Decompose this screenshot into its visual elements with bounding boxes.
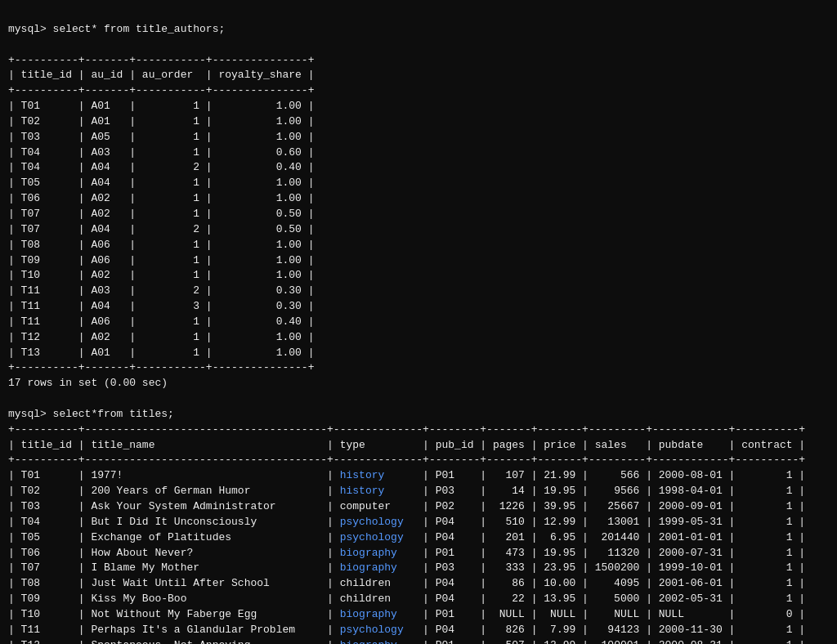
table1-row-15: | T11 | A06 | 1 | 0.40 |: [8, 315, 314, 328]
table2-row-t11: | T11 | Perhaps It's a Glandular Problem…: [8, 624, 805, 636]
table1-row-13: | T11 | A03 | 2 | 0.30 |: [8, 284, 314, 297]
table2-row-t07: | T07 | I Blame My Mother | biography | …: [8, 561, 805, 574]
table2-row-t03: | T03 | Ask Your System Administrator | …: [8, 500, 805, 512]
table1-separator-bot: +----------+-------+-----------+--------…: [8, 361, 314, 373]
table2-separator-top: +----------+----------------------------…: [8, 423, 805, 436]
table1-row-2: | T02 | A01 | 1 | 1.00 |: [8, 115, 314, 127]
query1-prompt: mysql> select* from title_authors;: [8, 23, 225, 35]
table2-row-t01: | T01 | 1977! | history | P01 | 107 | 21…: [8, 469, 805, 481]
table1-row-6: | T05 | A04 | 1 | 1.00 |: [8, 177, 314, 189]
table2-row-t06: | T06 | How About Never? | biography | P…: [8, 547, 805, 559]
table2-separator-mid: +----------+----------------------------…: [8, 454, 805, 466]
terminal-window: mysql> select* from title_authors; +----…: [8, 7, 829, 644]
table1-row-5: | T04 | A04 | 2 | 0.40 |: [8, 161, 314, 173]
table1-row-12: | T10 | A02 | 1 | 1.00 |: [8, 269, 314, 281]
table1-row-10: | T08 | A06 | 1 | 1.00 |: [8, 239, 314, 251]
table1-row-11: | T09 | A06 | 1 | 1.00 |: [8, 254, 314, 266]
table2-row-t12: | T12 | Spontaneous, Not Annoying | biog…: [8, 639, 805, 644]
table1-row-7: | T06 | A02 | 1 | 1.00 |: [8, 192, 314, 204]
table2-row-t05: | T05 | Exchange of Platitudes | psychol…: [8, 531, 805, 543]
table1-separator-top: +----------+-------+-----------+--------…: [8, 54, 314, 66]
table2-header: | title_id | title_name | type | pub_id …: [8, 439, 805, 451]
table2-row-t09: | T09 | Kiss My Boo-Boo | children | P04…: [8, 593, 805, 605]
table1-header: | title_id | au_id | au_order | royalty_…: [8, 69, 314, 81]
table2-row-t04: | T04 | But I Did It Unconsciously | psy…: [8, 516, 805, 528]
table1-row-8: | T07 | A02 | 1 | 0.50 |: [8, 208, 314, 220]
table2-row-t08: | T08 | Just Wait Until After School | c…: [8, 577, 805, 589]
table2-row-t02: | T02 | 200 Years of German Humor | hist…: [8, 485, 805, 497]
table1-row-3: | T03 | A05 | 1 | 1.00 |: [8, 131, 314, 143]
table1-row-17: | T13 | A01 | 1 | 1.00 |: [8, 347, 314, 359]
table1-row-1: | T01 | A01 | 1 | 1.00 |: [8, 100, 314, 112]
table1-row-14: | T11 | A04 | 3 | 0.30 |: [8, 300, 314, 312]
table1-separator-mid: +----------+-------+-----------+--------…: [8, 84, 314, 96]
table1-row-9: | T07 | A04 | 2 | 0.50 |: [8, 223, 314, 235]
table1-rowcount: 17 rows in set (0.00 sec): [8, 377, 168, 389]
table1-row-4: | T04 | A03 | 1 | 0.60 |: [8, 146, 314, 159]
query2-prompt: mysql> select*from titles;: [8, 408, 174, 420]
table2-row-t10: | T10 | Not Without My Faberge Egg | bio…: [8, 608, 805, 620]
table1-row-16: | T12 | A02 | 1 | 1.00 |: [8, 331, 314, 343]
